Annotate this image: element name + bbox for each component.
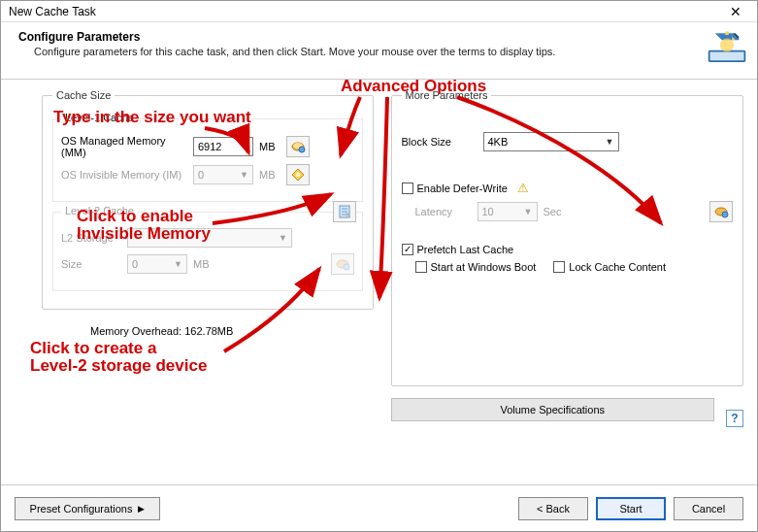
chevron-down-icon: ▼ [240,170,248,180]
close-icon[interactable]: ✕ [716,4,755,19]
latency-label: Latency [415,206,472,217]
l2-size-label: Size [61,258,121,270]
block-size-combo[interactable]: 4KB▼ [483,132,619,151]
im-advanced-button[interactable] [286,164,310,185]
start-boot-checkbox[interactable]: Start at Windows Boot [415,261,537,273]
left-column: Cache Size Level-1 Cache OS Managed Memo… [15,80,374,465]
mm-value-combo[interactable]: 6912▼ [193,137,253,156]
chevron-down-icon: ▼ [174,259,182,269]
l2-size-combo: 0▼ [127,254,187,274]
window-title: New Cache Task [9,5,96,18]
level2-legend: Level-2 Cache [61,205,138,216]
start-button[interactable]: Start [596,497,666,520]
svg-rect-1 [710,52,744,61]
im-value-combo: 0▼ [193,165,253,184]
defer-advanced-button[interactable] [709,201,733,222]
defer-write-checkbox[interactable]: Enable Defer-Write [402,183,508,194]
l2-storage-combo: ▼ [127,228,292,248]
level1-group: Level-1 Cache OS Managed Memory (MM) 691… [52,118,363,202]
prefetch-checkbox[interactable]: Prefetch Last Cache [402,244,514,255]
preset-configurations-button[interactable]: Preset Configurations ▶ [15,497,160,520]
l2-storage-label: L2 Storage [61,232,121,244]
level2-group: Level-2 Cache L2 Storage ▼ Size 0▼ [52,212,363,291]
latency-combo: 10▼ [478,202,538,221]
lock-cache-checkbox[interactable]: Lock Cache Content [553,261,666,273]
more-params-legend: More Parameters [402,89,492,101]
right-column: More Parameters Block Size 4KB▼ Enable D… [385,80,744,465]
wizard-icon [707,28,747,69]
cache-size-legend: Cache Size [52,89,115,101]
chevron-down-icon: ▼ [279,233,287,243]
l2-size-unit: MB [193,258,214,270]
page-subtitle: Configure parameters for this cache task… [34,46,555,57]
more-params-group: More Parameters Block Size 4KB▼ Enable D… [391,89,744,386]
warning-icon: ⚠ [517,181,529,195]
mm-advanced-button[interactable] [286,136,310,157]
svg-point-10 [722,212,728,217]
svg-point-4 [299,147,305,152]
memory-overhead: Memory Overhead: 162.78MB [90,325,374,337]
wizard-header: Configure Parameters Configure parameter… [1,22,757,80]
back-button[interactable]: < Back [518,497,588,520]
im-unit: MB [259,169,280,181]
content-area: Cache Size Level-1 Cache OS Managed Memo… [1,80,757,473]
im-label: OS Invisible Memory (IM) [61,169,187,181]
chevron-right-icon: ▶ [138,504,145,514]
l2-create-button[interactable] [333,201,356,222]
page-title: Configure Parameters [18,30,555,44]
svg-point-5 [296,173,300,177]
block-size-label: Block Size [402,136,478,148]
mm-label: OS Managed Memory (MM) [61,135,187,158]
title-bar: New Cache Task ✕ [1,1,757,22]
chevron-down-icon: ▼ [524,207,533,216]
chevron-down-icon: ▼ [606,137,614,147]
volume-specifications-button[interactable]: Volume Specifications [391,398,715,421]
chevron-down-icon: ▼ [240,142,248,151]
footer: Preset Configurations ▶ < Back Start Can… [1,484,757,531]
level1-legend: Level-1 Cache [61,112,138,123]
cancel-button[interactable]: Cancel [674,497,743,520]
latency-unit: Sec [544,206,565,217]
cache-size-group: Cache Size Level-1 Cache OS Managed Memo… [42,89,374,310]
svg-point-8 [344,264,349,270]
help-button[interactable]: ? [726,410,743,427]
l2-advanced-button[interactable] [331,253,354,275]
mm-unit: MB [259,141,280,152]
